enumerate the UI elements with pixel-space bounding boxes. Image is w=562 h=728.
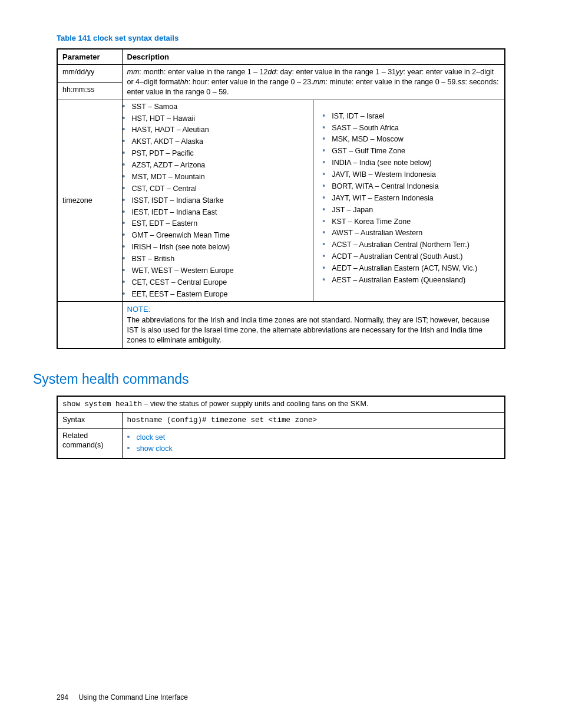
txt: : minute: enter value in the range 0 – 5… (326, 78, 458, 86)
list-item: GMT – Greenwich Mean Time (123, 230, 309, 241)
note-body: The abbreviations for the Irish and Indi… (127, 316, 490, 344)
page-footer: 294 Using the Command Line Interface (57, 693, 188, 702)
txt: : hour: enter value in the range 0 – 23. (189, 78, 313, 86)
it-mm2: mm (313, 78, 326, 86)
list-item: GST – Gulf Time Zone (322, 146, 504, 156)
list-item: INDIA – India (see note below) (322, 158, 504, 168)
related-links: clock setshow clock (127, 433, 500, 454)
list-item: HAST, HADT – Aleutian (123, 125, 309, 135)
section-title-system-health: System health commands (33, 370, 505, 388)
list-item: BORT, WITA – Central Indonesia (322, 182, 504, 192)
list-item: IST, IDT – Israel (322, 111, 504, 121)
list-item: JAVT, WIB – Western Indonesia (322, 170, 504, 180)
list-item: AZST, AZDT – Arizona (123, 160, 309, 170)
desc-mmddyy-hhmmss: mm: month: enter value in the range 1 – … (122, 65, 505, 100)
it-hh: hh (180, 78, 189, 86)
list-item: CET, CEST – Central Europe (123, 278, 309, 288)
param-hhmmss: hh:mm:ss (57, 82, 122, 100)
list-item: HST, HDT – Hawaii (123, 114, 309, 124)
note-label: NOTE: (127, 304, 500, 315)
related-link[interactable]: show clock (137, 444, 173, 453)
list-item: KST – Korea Time Zone (322, 217, 504, 227)
related-label: Related command(s) (57, 428, 122, 459)
list-item: MSK, MSD – Moscow (322, 134, 504, 144)
note-empty-param (57, 301, 122, 348)
syntax-value-cell: hostname (config)# timezone set <time zo… (122, 412, 505, 428)
it-yy: yy (396, 68, 404, 76)
it-mm: mm (127, 68, 140, 76)
syntax-label: Syntax (57, 412, 122, 428)
syntax-value: hostname (config)# timezone set <time zo… (127, 416, 318, 424)
txt: : day: enter value in the range 1 – 31 (276, 68, 396, 76)
th-parameter: Parameter (57, 49, 122, 65)
list-item: AEST – Australian Eastern (Queensland) (322, 275, 504, 285)
list-item: EST, EDT – Eastern (123, 219, 309, 229)
list-item: MST, MDT – Mountain (123, 172, 309, 182)
list-item: ACST – Australian Central (Northern Terr… (322, 240, 504, 250)
list-item: IRISH – Irish (see note below) (123, 242, 309, 252)
list-item: JST – Japan (322, 205, 504, 215)
list-item: CST, CDT – Central (123, 184, 309, 194)
list-item: ISST, ISDT – Indiana Starke (123, 196, 309, 206)
related-link[interactable]: clock set (137, 433, 166, 442)
list-item: AKST, AKDT – Alaska (123, 137, 309, 147)
list-item: AWST – Australian Western (322, 228, 504, 238)
table-141-title: Table 141 clock set syntax details (57, 33, 505, 44)
list-item: JAYT, WIT – Eastern Indonesia (322, 193, 504, 203)
chapter-title: Using the Command Line Interface (78, 693, 187, 701)
timezone-list-right: IST, IDT – IsraelSAST – South AfricaMSK,… (322, 111, 504, 285)
list-item: EET, EEST – Eastern Europe (123, 289, 309, 299)
cmd-desc-text: – view the status of power supply units … (142, 400, 368, 408)
cmd-desc-row: show system health – view the status of … (57, 396, 505, 412)
list-item: SST – Samoa (123, 102, 309, 112)
timezone-list-left: SST – SamoaHST, HDT – HawaiiHAST, HADT –… (123, 102, 309, 299)
page-number: 294 (57, 693, 68, 701)
list-item: PST, PDT – Pacific (123, 149, 309, 159)
txt: : month: enter value in the range 1 – 12 (139, 68, 267, 76)
related-links-cell: clock setshow clock (122, 428, 505, 459)
note-cell: NOTE: The abbreviations for the Irish an… (122, 301, 505, 348)
param-mmddyy: mm/dd/yy (57, 65, 122, 83)
cmd-code: show system health (62, 400, 142, 409)
th-description: Description (122, 49, 505, 65)
list-item: clock set (127, 433, 500, 443)
table-141: Parameter Description mm/dd/yy mm: month… (57, 48, 505, 349)
it-ss: ss (458, 78, 465, 86)
list-item: AEDT – Australian Eastern (ACT, NSW, Vic… (322, 263, 504, 274)
list-item: WET, WEST – Western Europe (123, 266, 309, 276)
list-item: ACDT – Australian Central (South Aust.) (322, 252, 504, 262)
system-health-command-table: show system health – view the status of … (57, 396, 505, 460)
timezone-values: SST – SamoaHST, HDT – HawaiiHAST, HADT –… (122, 100, 505, 301)
list-item: IEST, IEDT – Indiana East (123, 207, 309, 218)
list-item: SAST – South Africa (322, 123, 504, 133)
list-item: show clock (127, 444, 500, 454)
param-timezone: timezone (57, 100, 122, 301)
list-item: BST – British (123, 254, 309, 264)
it-dd: dd (268, 68, 276, 76)
